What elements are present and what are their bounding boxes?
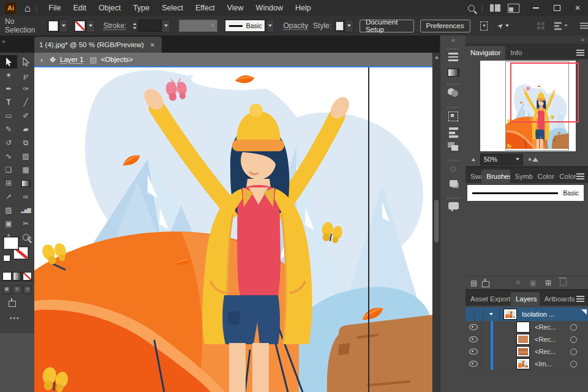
tool-free-transform[interactable]: ▧ (17, 149, 34, 163)
default-fill-stroke-icon[interactable] (3, 255, 10, 262)
opacity-label[interactable]: Opacity (283, 21, 308, 30)
layer-row-isolation[interactable]: Isolation ... (466, 307, 588, 322)
document-setup-button[interactable]: Document Setup (360, 20, 414, 32)
visibility-eye-icon[interactable] (469, 336, 478, 342)
layer-row[interactable]: <Rec... (466, 345, 588, 358)
tool-rotate[interactable]: ↺ (0, 136, 17, 149)
layer-row[interactable]: <Rec... (466, 333, 588, 346)
menu-view[interactable]: View (227, 4, 244, 12)
tab-navigator[interactable]: Navigator (466, 46, 505, 59)
document-tab-close-icon[interactable]: ✕ (150, 42, 155, 48)
tool-shape-builder[interactable]: ❑ (0, 163, 17, 176)
tool-eraser[interactable]: ▰ (17, 123, 34, 136)
fill-color-swatch[interactable] (48, 20, 59, 32)
panel-menu-icon[interactable] (576, 173, 588, 183)
tab-symbols[interactable]: Symb (510, 170, 533, 183)
menu-type[interactable]: Type (133, 4, 149, 12)
menu-help[interactable]: Help (295, 4, 311, 12)
stroke-width-input[interactable] (138, 20, 161, 32)
breadcrumb-layer[interactable]: Layer 1 (60, 56, 83, 63)
draw-behind-icon[interactable] (13, 285, 21, 294)
brush-item-basic[interactable]: Basic (467, 185, 584, 201)
fill-dropdown[interactable] (59, 20, 68, 32)
tool-gradient[interactable] (17, 176, 34, 190)
select-similar-icon[interactable]: ➤ (495, 20, 505, 31)
transparency-panel-icon[interactable] (440, 88, 466, 97)
grip-handle[interactable] (440, 197, 466, 199)
grip-handle[interactable] (440, 107, 466, 108)
tab-brushes[interactable]: Brushes (481, 170, 510, 183)
none-button[interactable] (23, 272, 32, 281)
tool-direct-selection[interactable] (17, 55, 34, 69)
tool-paintbrush[interactable]: ✐ (17, 109, 34, 123)
maximize-button[interactable] (546, 0, 567, 16)
scrollbar-thumb[interactable] (434, 200, 439, 243)
gradient-panel-icon[interactable] (440, 69, 466, 77)
visibility-eye-icon[interactable] (469, 324, 478, 330)
stroke-width-stepper[interactable] (133, 23, 137, 29)
target-circle-icon[interactable] (570, 336, 577, 343)
style-swatch[interactable] (335, 21, 344, 31)
appearance-panel-icon[interactable]: ◌ (440, 163, 466, 175)
stroke-color-swatch[interactable] (74, 20, 85, 32)
target-circle-icon[interactable] (570, 324, 577, 331)
collapse-dock-icon[interactable]: « (440, 37, 466, 43)
tab-layers[interactable]: Layers (511, 292, 540, 306)
tool-artboard[interactable]: ▣ (0, 217, 17, 230)
comments-panel-icon[interactable] (440, 202, 466, 209)
stroke-width-dropdown[interactable] (162, 20, 170, 32)
align-panel-icon[interactable] (440, 127, 466, 138)
tool-pen[interactable]: ✒ (0, 82, 17, 96)
scroll-up-icon[interactable] (435, 56, 439, 59)
transform-icon[interactable] (480, 21, 488, 31)
swap-fill-stroke-icon[interactable]: ⇄ (26, 235, 31, 241)
expand-dock-icon[interactable]: » (581, 36, 584, 43)
tab-swatches[interactable]: Swat (466, 170, 481, 183)
stroke-dropdown[interactable] (86, 20, 95, 32)
arrange-documents-icon[interactable] (508, 4, 519, 13)
tab-color-guide[interactable]: Color (554, 170, 576, 183)
visibility-eye-icon[interactable] (469, 349, 478, 355)
fill-stroke-indicator[interactable]: ⇄ (3, 236, 31, 267)
stroke-panel-icon[interactable] (440, 53, 466, 61)
draw-inside-icon[interactable] (23, 285, 32, 294)
graphic-styles-panel-icon[interactable] (440, 180, 466, 187)
exit-isolation-back-icon[interactable]: ‹ (40, 55, 43, 64)
tool-scale[interactable]: ⧉ (17, 136, 34, 149)
navigator-view-rectangle[interactable] (510, 62, 579, 123)
tool-lasso[interactable]: ℘ (17, 69, 34, 82)
edit-toolbar-icon[interactable]: ••• (10, 315, 20, 322)
zoom-in-icon[interactable] (528, 157, 538, 162)
preferences-button[interactable]: Preferences (420, 20, 470, 32)
tab-asset-export[interactable]: Asset Export (466, 292, 511, 306)
grip-handle[interactable] (440, 159, 466, 161)
tool-type[interactable]: T (0, 96, 17, 109)
close-button[interactable]: ✕ (567, 0, 588, 16)
tool-pencil[interactable]: ✎ (0, 123, 17, 136)
screen-mode-icon[interactable] (11, 299, 12, 306)
tool-rectangle[interactable]: ▭ (0, 109, 17, 123)
workspace-switcher-icon[interactable] (490, 4, 500, 12)
artwork-image[interactable] (34, 67, 432, 392)
zoom-out-icon[interactable] (472, 158, 475, 161)
layer-row[interactable]: <Im... (466, 358, 588, 371)
menu-select[interactable]: Select (162, 4, 183, 12)
grip-handle[interactable] (440, 83, 466, 85)
home-icon[interactable]: ⌂ (24, 3, 31, 13)
style-dropdown[interactable] (345, 20, 353, 32)
new-brush-icon[interactable]: ⊞ (545, 279, 551, 287)
tool-width[interactable]: ∿ (0, 149, 17, 163)
align-dropdown[interactable] (564, 24, 568, 27)
color-button[interactable] (2, 272, 12, 281)
transform-panel-icon[interactable] (440, 111, 466, 121)
tool-curvature[interactable]: ✑ (17, 82, 34, 96)
menu-effect[interactable]: Effect (195, 4, 215, 12)
canvas[interactable]: ‹ ❖ Layer 1 ▤ <Objects> (34, 53, 432, 392)
fill-indicator[interactable] (3, 236, 19, 250)
menu-edit[interactable]: Edit (73, 4, 86, 12)
panel-menu-icon[interactable] (576, 296, 588, 306)
menu-file[interactable]: File (48, 4, 61, 12)
stroke-label[interactable]: Stroke: (104, 21, 127, 30)
tool-column-graph[interactable]: ▂▅▇ (17, 203, 34, 217)
target-circle-icon[interactable] (570, 349, 577, 355)
